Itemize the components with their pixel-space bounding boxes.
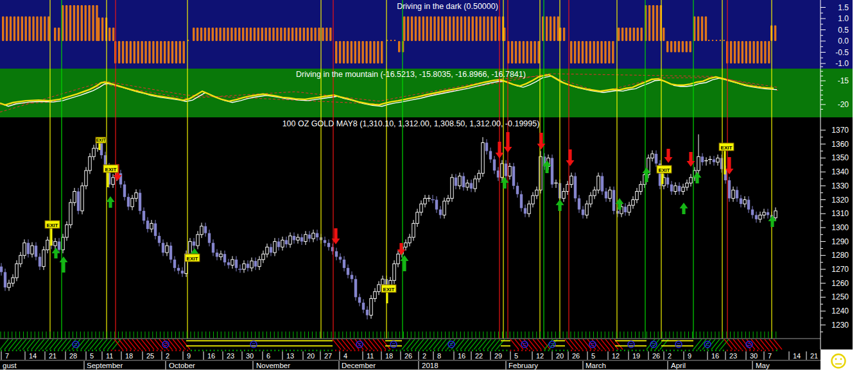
smiley-status-icon: [832, 355, 846, 368]
date-label: 26: [572, 352, 580, 360]
date-label: 5: [90, 352, 94, 360]
date-label: 30: [246, 352, 254, 360]
price-axis-label: 1320: [831, 196, 849, 205]
panel-backgrounds: [0, 0, 853, 370]
date-label: 9: [688, 352, 691, 360]
date-label: 2: [668, 352, 672, 360]
date-label: 6: [266, 352, 270, 360]
exit-flag-label: EXIT: [383, 287, 395, 292]
chart-plot-area[interactable]: EXITEXITEXITEXITEXITEXITEXIT1.51.00.50.0…: [0, 0, 868, 370]
date-label: 14: [793, 352, 801, 360]
price-axis-label: 1350: [831, 153, 849, 162]
price-axis-label: 1230: [831, 321, 849, 330]
date-label: 11: [106, 352, 113, 360]
price-panel-title: 100 OZ GOLD MAY8 (1,310.10, 1,312.00, 1,…: [282, 119, 540, 128]
exit-flag-label: EXIT: [721, 145, 733, 151]
price-axis-label: 1360: [831, 140, 849, 149]
dark-axis-label: 1.0: [838, 14, 849, 23]
date-label: 18: [385, 352, 393, 360]
price-axis-label: 1340: [831, 167, 849, 176]
date-label: 20: [556, 352, 564, 360]
dark-axis-label: 1.5: [838, 3, 849, 12]
date-label: 8: [437, 352, 441, 360]
date-label: 20: [307, 352, 315, 360]
mountain-panel-title: Driving in the mountain (-16.5213, -15.8…: [296, 70, 526, 79]
exit-flag-label: EXIT: [96, 138, 105, 142]
mountain-axis-label: -20: [838, 100, 849, 109]
price-axis-label: 1240: [831, 307, 849, 315]
month-label: March: [586, 362, 606, 369]
price-axis-label: 1260: [831, 279, 849, 288]
date-label: 16: [207, 352, 215, 360]
month-label: April: [671, 362, 686, 369]
month-label: September: [87, 362, 123, 369]
date-label: 16: [711, 352, 719, 360]
date-label: 22: [475, 352, 483, 360]
date-label: 5: [591, 352, 595, 360]
month-label: February: [508, 362, 538, 369]
month-label: 2018: [422, 362, 438, 369]
date-label: 23: [729, 352, 737, 360]
date-label: 2: [166, 352, 169, 360]
price-axis-label: 1300: [831, 223, 849, 232]
date-label: 14: [29, 352, 37, 360]
exit-flag-label: EXIT: [187, 256, 198, 262]
month-label: November: [256, 362, 290, 369]
date-label: 21: [810, 352, 818, 360]
date-label: 26: [404, 352, 412, 360]
date-label: 30: [750, 352, 758, 360]
dark-axis-label: 0.0: [838, 37, 849, 46]
date-label: 26: [652, 352, 660, 360]
month-label: May: [756, 362, 770, 369]
date-label: 18: [125, 352, 133, 360]
date-label: 7: [768, 352, 772, 360]
date-label: 16: [458, 352, 465, 360]
date-label: 9: [187, 352, 191, 360]
date-label: 23: [227, 352, 234, 360]
date-label: 13: [286, 352, 294, 360]
date-label: 2: [422, 352, 426, 360]
trading-chart-window: { "titles": { "dark_panel": "Driving in …: [0, 0, 868, 370]
dark-axis-label: 0.5: [838, 26, 849, 35]
date-label: 27: [324, 352, 332, 360]
date-label: 11: [367, 352, 374, 360]
date-label: 5: [514, 352, 518, 360]
dark-panel-title: Driving in the dark (0.50000): [397, 2, 498, 11]
price-axis-label: 1370: [831, 126, 849, 135]
date-label: 29: [494, 352, 502, 360]
mountain-axis-label: -15: [838, 76, 849, 85]
dark-axis-label: -1.0: [835, 59, 849, 68]
date-label: 12: [536, 352, 544, 360]
price-axis-label: 1330: [831, 181, 849, 190]
month-label: December: [342, 362, 376, 369]
date-label: 21: [49, 352, 56, 360]
date-label: 7: [5, 352, 9, 360]
price-axis-label: 1290: [831, 237, 849, 246]
exit-flag-label: EXIT: [659, 167, 670, 173]
price-axis-label: 1250: [831, 292, 849, 301]
exit-flag-label: EXIT: [105, 167, 117, 172]
price-axis-label: 1280: [831, 251, 849, 260]
price-axis-label: 1270: [831, 265, 849, 274]
date-label: 28: [69, 352, 77, 360]
dark-axis-label: -0.5: [835, 48, 849, 57]
date-label: 12: [612, 352, 620, 360]
month-label: October: [169, 362, 195, 369]
date-label: 19: [632, 352, 640, 360]
price-axis-label: 1310: [831, 209, 849, 218]
exit-flag-label: EXIT: [47, 223, 58, 228]
date-label: 25: [146, 352, 154, 360]
date-label: 4: [343, 352, 347, 360]
month-label: gust: [3, 362, 17, 369]
